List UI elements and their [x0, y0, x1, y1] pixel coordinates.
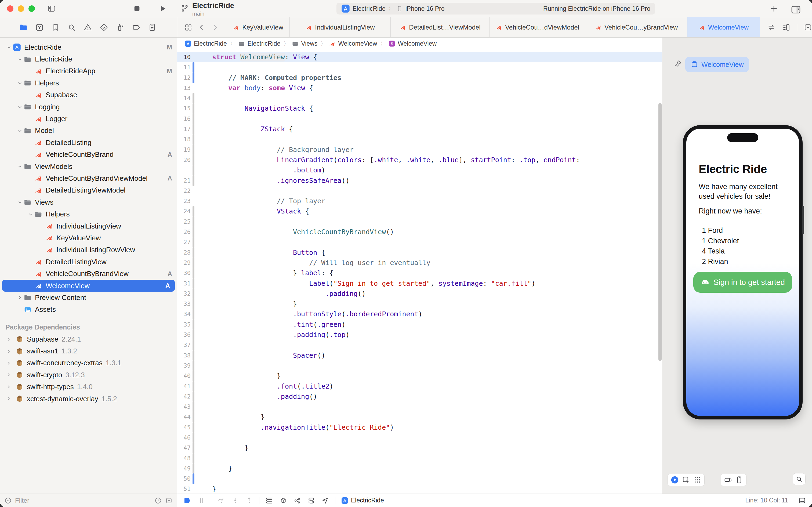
code-line-wrap[interactable]: .bottom) [177, 165, 662, 175]
breadcrumb-item[interactable]: WelcomeView [329, 40, 377, 47]
code-review-icon[interactable] [767, 23, 775, 32]
code-line-14[interactable]: 14 [177, 93, 662, 103]
code-line-21[interactable]: 21.ignoresSafeArea() [177, 176, 662, 186]
code-line-42[interactable]: 42.padding() [177, 392, 662, 402]
editor-tab-WelcomeView[interactable]: WelcomeView [687, 17, 760, 37]
pause-icon[interactable] [197, 497, 205, 505]
code-line-47[interactable]: 47} [177, 443, 662, 453]
package-item-swift-concurrency-extras[interactable]: swift-concurrency-extras1.3.1 [0, 357, 177, 369]
package-item-Supabase[interactable]: Supabase2.24.1 [0, 333, 177, 345]
disclosure-right-icon[interactable] [6, 396, 12, 401]
step-into-icon[interactable] [231, 497, 239, 505]
toggle-left-sidebar-icon[interactable] [47, 4, 56, 13]
run-button[interactable] [159, 4, 167, 13]
editor-scrollbar[interactable] [658, 103, 661, 361]
code-line-50[interactable]: 50 [177, 474, 662, 484]
preview-chip[interactable]: WelcomeView [685, 57, 749, 72]
code-line-44[interactable]: 44} [177, 412, 662, 422]
code-line-40[interactable]: 40} [177, 371, 662, 381]
editor-bottom-bar-icon[interactable] [798, 497, 806, 505]
tree-item-DetailedListingViewModel[interactable]: DetailedListingViewModel [0, 184, 177, 196]
tree-item-Preview-Content[interactable]: Preview Content [0, 292, 177, 303]
project-navigator-icon[interactable] [19, 23, 28, 32]
tree-item-Helpers[interactable]: Helpers [0, 208, 177, 220]
code-line-31[interactable]: 31Label("Sign in to get started", system… [177, 278, 662, 289]
code-line-18[interactable]: 18 [177, 134, 662, 145]
disclosure-right-icon[interactable] [16, 295, 23, 300]
scheme-device-name[interactable]: iPhone 16 Pro [405, 5, 445, 12]
code-line-16[interactable]: 16 [177, 114, 662, 124]
add-tab-button[interactable] [769, 4, 778, 13]
package-item-swift-asn1[interactable]: swift-asn11.3.2 [0, 345, 177, 357]
disclosure-right-icon[interactable] [6, 349, 12, 354]
tree-item-IndividualListingRowView[interactable]: IndividualListingRowView [0, 244, 177, 256]
tree-item-ViewModels[interactable]: ViewModels [0, 161, 177, 172]
code-line-39[interactable]: 39 [177, 361, 662, 371]
memory-graph-icon[interactable] [279, 497, 287, 505]
disclosure-right-icon[interactable] [6, 361, 12, 365]
device-preview-icon[interactable] [735, 475, 744, 484]
code-line-24[interactable]: 24VStack { [177, 206, 662, 216]
editor-tab-IndividualListingView[interactable]: IndividualListingView [290, 17, 391, 37]
minimize-button[interactable] [18, 5, 24, 12]
disclosure-right-icon[interactable] [6, 385, 12, 389]
filter-scope-icon[interactable] [4, 497, 12, 504]
filter-placeholder[interactable]: Filter [15, 497, 151, 504]
source-control-icon[interactable] [35, 23, 44, 32]
view-hierarchy-icon[interactable] [265, 497, 273, 505]
editor-tab-VehicleCouyBrandView[interactable]: VehicleCou…yBrandView [585, 17, 687, 37]
stop-button[interactable] [133, 4, 141, 13]
package-item-swift-crypto[interactable]: swift-crypto3.12.3 [0, 369, 177, 381]
disclosure-down-icon[interactable] [16, 57, 23, 62]
tree-item-VehicleCountByBrandViewModel[interactable]: VehicleCountByBrandViewModelA [0, 172, 177, 184]
issues-icon[interactable] [83, 23, 93, 32]
code-line-22[interactable]: 22 [177, 186, 662, 196]
step-out-icon[interactable] [245, 497, 253, 505]
close-button[interactable] [7, 5, 13, 12]
code-line-32[interactable]: 32.padding() [177, 289, 662, 299]
code-line-45[interactable]: 45.navigationTitle("Electric Ride") [177, 422, 662, 433]
breakpoint-toggle-icon[interactable] [183, 497, 191, 505]
package-item-swift-http-types[interactable]: swift-http-types1.4.0 [0, 381, 177, 393]
code-line-35[interactable]: 35.tint(.green) [177, 320, 662, 330]
tree-item-Model[interactable]: Model [0, 125, 177, 137]
canvas-zoom-search-button[interactable] [793, 473, 806, 485]
tree-item-WelcomeView[interactable]: WelcomeViewA [2, 280, 175, 292]
code-line-37[interactable]: 37 [177, 340, 662, 350]
code-line-13[interactable]: 13var body: some View { [177, 83, 662, 93]
disclosure-down-icon[interactable] [5, 45, 13, 50]
reports-icon[interactable] [148, 23, 157, 32]
tree-item-ElectricRide[interactable]: ElectricRideM [0, 41, 177, 53]
breadcrumb-item[interactable]: ElectricRide [238, 40, 281, 47]
tree-item-VehicleCountByBrand[interactable]: VehicleCountByBrandA [0, 149, 177, 161]
breadcrumb-item[interactable]: SWelcomeView [389, 40, 437, 47]
tree-item-VehicleCountByBrandView[interactable]: VehicleCountByBrandViewA [0, 268, 177, 280]
related-items-icon[interactable] [184, 23, 192, 32]
disclosure-right-icon[interactable] [6, 337, 12, 342]
code-line-41[interactable]: 41.font(.title2) [177, 381, 662, 392]
scheme-app-name[interactable]: ElectricRide [353, 5, 386, 12]
code-line-43[interactable]: 43 [177, 402, 662, 412]
code-line-26[interactable]: 26VehicleCountByBrandView() [177, 227, 662, 237]
code-line-28[interactable]: 28Button { [177, 247, 662, 258]
code-line-15[interactable]: 15NavigationStack { [177, 103, 662, 114]
code-line-33[interactable]: 33} [177, 299, 662, 309]
environment-overrides-icon[interactable] [307, 497, 315, 505]
toggle-right-sidebar-icon[interactable] [791, 4, 801, 13]
code-line-51[interactable]: 51} [177, 484, 662, 494]
code-line-10[interactable]: 10struct WelcomeView: View { [177, 52, 662, 62]
code-line-17[interactable]: 17ZStack { [177, 124, 662, 134]
debug-gauge-icon[interactable] [115, 23, 125, 32]
step-over-icon[interactable] [217, 497, 225, 505]
sign-in-button[interactable]: Sign in to get started [693, 272, 792, 293]
breadcrumb-item[interactable]: ElectricRide [185, 40, 227, 47]
code-line-27[interactable]: 27 [177, 237, 662, 247]
adjust-editor-icon[interactable] [782, 23, 791, 32]
share-nodes-icon[interactable] [293, 497, 301, 505]
code-line-23[interactable]: 23// Top layer [177, 196, 662, 206]
code-line-19[interactable]: 19// Background layer [177, 145, 662, 155]
zoom-button[interactable] [28, 5, 35, 12]
back-button[interactable] [197, 23, 206, 32]
find-icon[interactable] [67, 23, 76, 32]
breadcrumb-item[interactable]: Views [292, 40, 317, 47]
